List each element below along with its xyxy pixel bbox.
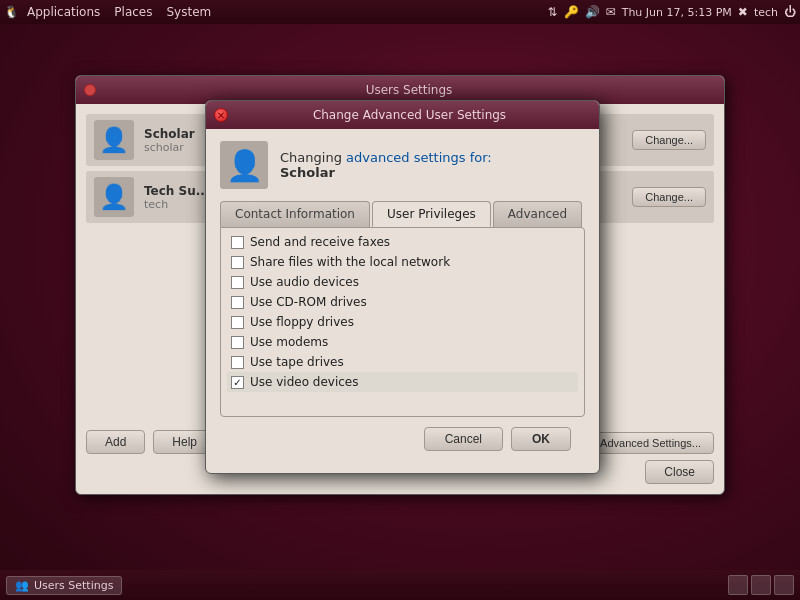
checkbox-tape[interactable] [231,356,244,369]
privilege-video-label: Use video devices [250,375,359,389]
checkbox-share-files[interactable] [231,256,244,269]
checkbox-cdrom[interactable] [231,296,244,309]
dialog-body: 👤 Changing advanced settings for: Schola… [206,129,599,473]
checkbox-modems[interactable] [231,336,244,349]
clock: Thu Jun 17, 5:13 PM [622,6,732,19]
panel-right: ⇅ 🔑 🔊 ✉ Thu Jun 17, 5:13 PM ✖ tech ⏻ [548,5,796,19]
tab-content-user-privileges: Send and receive faxes Share files with … [220,227,585,417]
tab-contact-information[interactable]: Contact Information [220,201,370,227]
privilege-floppy[interactable]: Use floppy drives [227,312,578,332]
taskbar-right [728,575,794,595]
dialog-titlebar: ✕ Change Advanced User Settings [206,101,599,129]
privilege-share-files-label: Share files with the local network [250,255,450,269]
desktop-btn-2[interactable] [751,575,771,595]
privilege-cdrom[interactable]: Use CD-ROM drives [227,292,578,312]
privilege-faxes[interactable]: Send and receive faxes [227,232,578,252]
ubuntu-icon: 🐧 [4,5,19,19]
add-user-button[interactable]: Add [86,430,145,454]
taskbar-icon: 👥 [15,579,29,592]
tab-bar: Contact Information User Privileges Adva… [220,201,585,227]
privilege-video[interactable]: ✓ Use video devices [227,372,578,392]
transfer-icon: ⇅ [548,5,558,19]
dialog-title: Change Advanced User Settings [228,108,591,122]
bottom-panel: 👥 Users Settings [0,570,800,600]
privilege-audio-label: Use audio devices [250,275,359,289]
change-advanced-dialog: ✕ Change Advanced User Settings 👤 Changi… [205,100,600,474]
users-window-close[interactable] [84,84,96,96]
user-icon-panel: ✖ [738,5,748,19]
users-window-title: Users Settings [102,83,716,97]
change-btn-tech[interactable]: Change... [632,187,706,207]
trash-icon[interactable] [774,575,794,595]
checkbox-video[interactable]: ✓ [231,376,244,389]
privilege-modems-label: Use modems [250,335,328,349]
key-icon: 🔑 [564,5,579,19]
privilege-cdrom-label: Use CD-ROM drives [250,295,367,309]
checkbox-faxes[interactable] [231,236,244,249]
privilege-share-files[interactable]: Share files with the local network [227,252,578,272]
desc-highlight: advanced settings for: [346,150,492,165]
dialog-description: Changing advanced settings for: Scholar [280,150,492,180]
privilege-audio[interactable]: Use audio devices [227,272,578,292]
dialog-avatar: 👤 [220,141,268,189]
envelope-icon: ✉ [606,5,616,19]
tab-user-privileges[interactable]: User Privileges [372,201,491,227]
dialog-footer: Cancel OK [220,417,585,461]
close-window-button[interactable]: Close [645,460,714,484]
users-action-buttons: Add Help [86,430,216,454]
dialog-username: Scholar [280,165,335,180]
taskbar-label: Users Settings [34,579,113,592]
volume-icon: 🔊 [585,5,600,19]
checkbox-floppy[interactable] [231,316,244,329]
privilege-floppy-label: Use floppy drives [250,315,354,329]
privilege-faxes-label: Send and receive faxes [250,235,390,249]
panel-left: 🐧 Applications Places System [4,3,217,21]
cancel-button[interactable]: Cancel [424,427,503,451]
taskbar-users-settings[interactable]: 👥 Users Settings [6,576,122,595]
privilege-modems[interactable]: Use modems [227,332,578,352]
ok-button[interactable]: OK [511,427,571,451]
change-btn-scholar[interactable]: Change... [632,130,706,150]
dialog-header: 👤 Changing advanced settings for: Schola… [220,141,585,189]
avatar-tech: 👤 [94,177,134,217]
privilege-tape-label: Use tape drives [250,355,344,369]
desktop: 🐧 Applications Places System ⇅ 🔑 🔊 ✉ Thu… [0,0,800,600]
applications-menu[interactable]: Applications [21,3,106,21]
top-panel: 🐧 Applications Places System ⇅ 🔑 🔊 ✉ Thu… [0,0,800,24]
checkbox-audio[interactable] [231,276,244,289]
tab-advanced[interactable]: Advanced [493,201,582,227]
privilege-tape[interactable]: Use tape drives [227,352,578,372]
privileges-list[interactable]: Send and receive faxes Share files with … [221,228,584,413]
system-menu[interactable]: System [160,3,217,21]
advanced-settings-button[interactable]: Advanced Settings... [587,432,714,454]
user-label: tech [754,6,778,19]
power-icon[interactable]: ⏻ [784,5,796,19]
places-menu[interactable]: Places [108,3,158,21]
desktop-btn-1[interactable] [728,575,748,595]
dialog-close-button[interactable]: ✕ [214,108,228,122]
avatar-scholar: 👤 [94,120,134,160]
